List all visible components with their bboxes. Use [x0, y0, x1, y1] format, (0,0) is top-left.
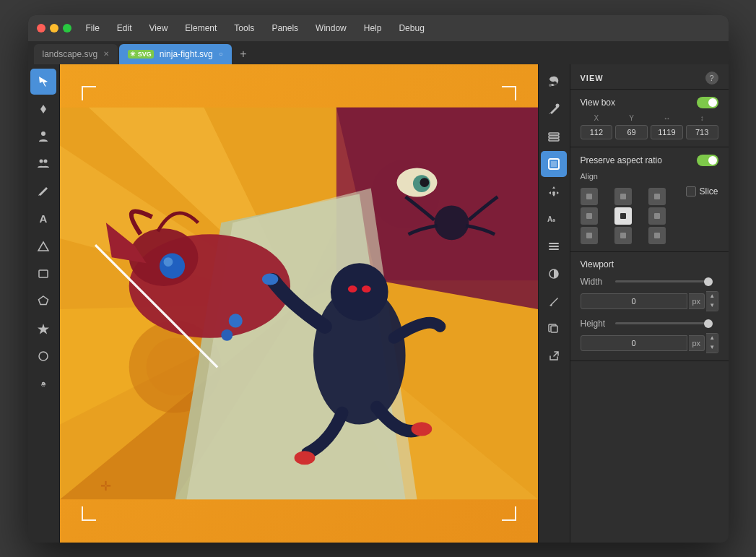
width-input-row: px ▲ ▼: [581, 291, 718, 311]
right-tool-knife[interactable]: [541, 288, 567, 314]
right-tool-pen[interactable]: [541, 96, 567, 122]
handle-bottom-right[interactable]: [502, 506, 516, 521]
canvas-background: ✛: [60, 64, 538, 543]
right-tool-select[interactable]: [541, 151, 567, 177]
tab-ninja[interactable]: ✳ SVG ninja-fight.svg ○: [119, 44, 232, 64]
align-sublabel: Align: [581, 172, 718, 181]
width-unit: px: [689, 293, 705, 309]
svg-rect-50: [549, 249, 559, 250]
right-tool-list[interactable]: [541, 233, 567, 259]
svg-rect-3: [39, 270, 48, 277]
tab-ninja-label: ninja-fight.svg: [160, 49, 213, 59]
preserve-toggle[interactable]: [697, 155, 718, 166]
tool-rectangle[interactable]: [30, 261, 56, 287]
height-slider-thumb[interactable]: [704, 319, 713, 328]
menu-bar: File Edit View Element Tools Panels Wind…: [83, 22, 427, 35]
tool-pentagon[interactable]: [30, 288, 56, 314]
viewbox-section: View box X Y ↔ ↕: [570, 90, 729, 147]
slice-area: Slice: [686, 186, 718, 197]
left-toolbar: A: [28, 64, 60, 543]
right-tool-textsize[interactable]: Aₐ: [541, 206, 567, 232]
tab-landscape[interactable]: landscape.svg ✕: [34, 44, 118, 64]
viewbox-grid: X Y ↔ ↕: [581, 114, 718, 139]
align-btn-tc[interactable]: [614, 188, 632, 205]
handle-top-right[interactable]: [502, 86, 516, 100]
tool-persons[interactable]: [30, 151, 56, 177]
tab-landscape-label: landscape.svg: [43, 49, 98, 59]
right-tool-copy[interactable]: [541, 316, 567, 342]
tool-person[interactable]: [30, 124, 56, 150]
menu-element[interactable]: Element: [182, 22, 220, 35]
tool-triangle[interactable]: [30, 233, 56, 259]
svg-point-0: [41, 131, 45, 136]
close-button[interactable]: [37, 24, 45, 33]
width-step-down[interactable]: ▼: [706, 301, 718, 311]
right-tool-mask[interactable]: [541, 261, 567, 287]
tool-spiral[interactable]: [30, 371, 56, 397]
selection-box: [82, 86, 516, 521]
menu-window[interactable]: Window: [313, 22, 349, 35]
menu-tools[interactable]: Tools: [231, 22, 257, 35]
height-input[interactable]: [581, 335, 687, 351]
align-btn-br[interactable]: [648, 227, 666, 244]
tool-node[interactable]: [30, 96, 56, 122]
right-tool-move[interactable]: [541, 178, 567, 204]
canvas-area[interactable]: ✛: [60, 64, 538, 543]
handle-top-left[interactable]: [82, 86, 96, 100]
align-btn-ml[interactable]: [581, 207, 598, 225]
svg-point-4: [39, 352, 48, 360]
tab-add-button[interactable]: +: [233, 44, 253, 64]
align-btn-bl[interactable]: [581, 227, 598, 244]
height-step-down[interactable]: ▼: [706, 343, 718, 353]
svg-text:Aₐ: Aₐ: [547, 215, 555, 223]
tool-star[interactable]: [30, 316, 56, 342]
minimize-button[interactable]: [50, 24, 58, 33]
right-tool-export[interactable]: [541, 343, 567, 369]
tab-landscape-close[interactable]: ✕: [103, 50, 109, 58]
height-step-up[interactable]: ▲: [706, 334, 718, 343]
right-tool-layers[interactable]: [541, 124, 567, 150]
vb-h-input[interactable]: [686, 125, 718, 139]
handle-bottom-left[interactable]: [82, 506, 96, 521]
panel-header: VIEW ?: [570, 64, 729, 90]
menu-panels[interactable]: Panels: [269, 22, 301, 35]
width-slider-thumb[interactable]: [704, 277, 713, 286]
align-grid: [581, 188, 681, 244]
height-slider[interactable]: [615, 322, 713, 324]
menu-view[interactable]: View: [147, 22, 171, 35]
main-area: A: [28, 64, 729, 543]
svg-point-42: [556, 103, 560, 107]
vb-w-input[interactable]: [651, 125, 683, 139]
menu-debug[interactable]: Debug: [396, 22, 427, 35]
tool-text[interactable]: A: [30, 206, 56, 232]
slice-checkbox[interactable]: [686, 186, 696, 197]
width-step-up[interactable]: ▲: [706, 292, 718, 301]
app-window: File Edit View Element Tools Panels Wind…: [28, 15, 729, 543]
menu-help[interactable]: Help: [361, 22, 385, 35]
right-tool-brush[interactable]: [541, 69, 567, 95]
align-btn-tl[interactable]: [581, 188, 598, 205]
vb-y-input[interactable]: [615, 125, 648, 139]
tabs-bar: landscape.svg ✕ ✳ SVG ninja-fight.svg ○ …: [28, 41, 729, 64]
align-btn-mr[interactable]: [648, 207, 666, 225]
menu-file[interactable]: File: [83, 22, 103, 35]
width-input[interactable]: [581, 293, 687, 309]
align-btn-mc[interactable]: [614, 207, 632, 225]
tool-circle[interactable]: [30, 343, 56, 369]
width-slider[interactable]: [615, 280, 713, 282]
vb-x-input[interactable]: [581, 125, 613, 139]
align-btn-tr[interactable]: [648, 188, 666, 205]
tool-select[interactable]: [30, 69, 56, 95]
title-bar: File Edit View Element Tools Panels Wind…: [28, 15, 729, 41]
tool-pencil[interactable]: [30, 178, 56, 204]
height-label: Height: [581, 319, 609, 329]
maximize-button[interactable]: [63, 24, 71, 33]
svg-point-1: [40, 159, 43, 163]
svg-rect-48: [549, 243, 559, 244]
svg-point-2: [44, 159, 48, 163]
align-btn-bc[interactable]: [614, 227, 632, 244]
menu-edit[interactable]: Edit: [114, 22, 135, 35]
viewbox-toggle[interactable]: [697, 97, 718, 108]
tab-ninja-close[interactable]: ○: [219, 50, 223, 58]
panel-help-button[interactable]: ?: [705, 72, 718, 85]
